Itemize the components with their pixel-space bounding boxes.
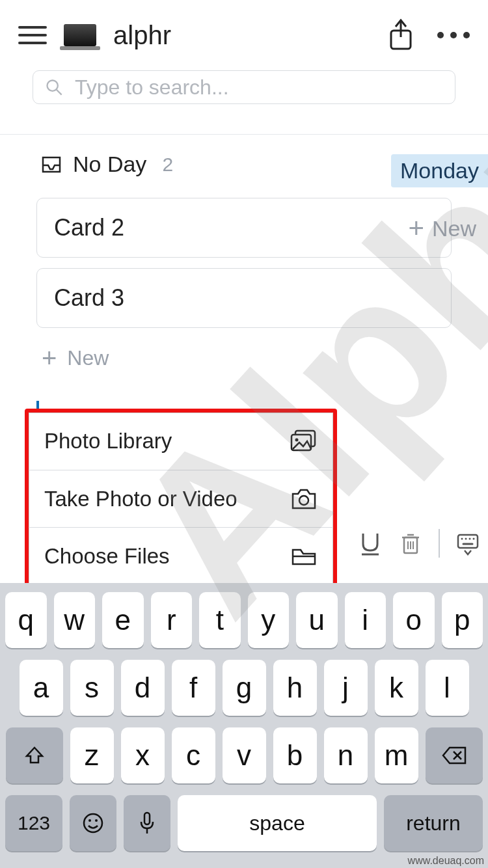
svg-rect-27	[144, 813, 150, 824]
backspace-icon	[442, 746, 467, 765]
menu-item-label: Take Photo or Video	[44, 487, 290, 511]
key-p[interactable]: p	[442, 592, 483, 648]
search-placeholder: Type to search...	[75, 75, 229, 100]
key-d[interactable]: d	[121, 660, 165, 716]
source-credit: www.deuaq.com	[408, 855, 484, 867]
key-z[interactable]: z	[70, 727, 114, 783]
key-q[interactable]: q	[5, 592, 47, 648]
menu-item-photo-library[interactable]: Photo Library	[29, 413, 333, 470]
new-column-label: New	[432, 216, 476, 241]
menu-item-choose-files[interactable]: Choose Files	[29, 527, 333, 584]
menu-item-label: Choose Files	[44, 544, 290, 569]
key-j[interactable]: j	[324, 660, 368, 716]
search-input[interactable]: Type to search...	[33, 70, 455, 104]
key-a[interactable]: a	[20, 660, 63, 716]
card-item[interactable]: Card 3	[36, 268, 452, 328]
board-content: No Day 2 Monday + New Card 2 Card 3 + Ne…	[0, 135, 488, 373]
more-button[interactable]	[437, 32, 470, 38]
editor-toolbar	[341, 517, 480, 569]
plus-icon: +	[408, 213, 424, 244]
svg-line-3	[57, 90, 62, 95]
plus-icon: +	[42, 344, 57, 373]
key-w[interactable]: w	[54, 592, 96, 648]
menu-item-take-photo[interactable]: Take Photo or Video	[29, 470, 333, 527]
key-o[interactable]: o	[393, 592, 435, 648]
key-dictation[interactable]	[124, 795, 170, 851]
key-m[interactable]: m	[375, 727, 418, 783]
svg-point-7	[299, 496, 308, 505]
key-f[interactable]: f	[172, 660, 215, 716]
key-backspace[interactable]	[426, 727, 483, 783]
key-return[interactable]: return	[384, 795, 483, 851]
keyboard-hide-icon[interactable]	[455, 531, 480, 556]
search-icon	[45, 78, 63, 96]
key-i[interactable]: i	[345, 592, 386, 648]
key-space[interactable]: space	[178, 795, 377, 851]
key-g[interactable]: g	[223, 660, 266, 716]
key-e[interactable]: e	[102, 592, 144, 648]
svg-point-2	[47, 81, 58, 91]
key-t[interactable]: t	[199, 592, 241, 648]
key-emoji[interactable]	[70, 795, 116, 851]
new-column-button[interactable]: + New	[408, 213, 476, 244]
svg-point-25	[88, 819, 91, 822]
key-v[interactable]: v	[223, 727, 266, 783]
keyboard: q w e r t y u i o p a s d f g h j k l	[0, 583, 488, 868]
share-button[interactable]	[388, 19, 414, 51]
mic-icon	[139, 811, 155, 835]
underline-icon[interactable]	[358, 531, 383, 556]
page-title: alphr	[113, 21, 388, 50]
section-count: 2	[162, 154, 173, 176]
share-icon	[388, 19, 414, 51]
photos-icon	[290, 429, 318, 453]
svg-point-26	[95, 819, 98, 822]
key-k[interactable]: k	[375, 660, 418, 716]
new-card-label: New	[67, 346, 109, 370]
key-s[interactable]: s	[70, 660, 114, 716]
attachment-menu: Photo Library Take Photo or Video Choose…	[25, 409, 337, 588]
card-item[interactable]: Card 2	[36, 198, 452, 258]
menu-item-label: Photo Library	[44, 429, 290, 454]
day-chip[interactable]: Monday	[391, 154, 488, 187]
emoji-icon	[82, 812, 104, 834]
svg-point-24	[84, 814, 102, 832]
menu-button[interactable]	[18, 21, 47, 49]
camera-icon	[290, 487, 318, 511]
new-card-button[interactable]: + New	[36, 344, 452, 373]
key-b[interactable]: b	[273, 727, 317, 783]
key-r[interactable]: r	[151, 592, 193, 648]
laptop-icon	[64, 24, 96, 46]
toolbar-divider	[439, 529, 440, 558]
key-u[interactable]: u	[296, 592, 338, 648]
svg-rect-16	[458, 535, 478, 548]
key-l[interactable]: l	[426, 660, 469, 716]
key-h[interactable]: h	[273, 660, 317, 716]
section-label: No Day	[73, 152, 146, 177]
key-numbers[interactable]: 123	[5, 795, 62, 851]
key-y[interactable]: y	[248, 592, 290, 648]
key-n[interactable]: n	[324, 727, 368, 783]
trash-icon[interactable]	[398, 531, 423, 556]
card-title: Card 3	[54, 284, 124, 311]
key-x[interactable]: x	[121, 727, 165, 783]
card-title: Card 2	[54, 214, 124, 241]
key-c[interactable]: c	[172, 727, 215, 783]
top-bar: alphr	[0, 0, 488, 70]
svg-point-6	[295, 439, 299, 442]
inbox-icon	[42, 156, 61, 173]
key-shift[interactable]	[6, 727, 63, 783]
shift-icon	[25, 746, 44, 765]
folder-icon	[290, 545, 318, 568]
